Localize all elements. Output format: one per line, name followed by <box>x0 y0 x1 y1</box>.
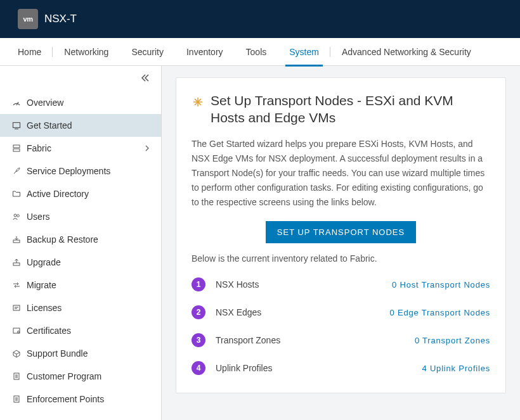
main-content: Set Up Transport Nodes - ESXi and KVM Ho… <box>162 66 520 420</box>
tab-inventory[interactable]: Inventory <box>175 38 235 66</box>
sidebar-item-customer-program[interactable]: Customer Program <box>0 365 161 388</box>
rocket-icon <box>10 167 23 175</box>
sidebar-item-service-deployments[interactable]: Service Deployments <box>0 160 161 182</box>
get-started-card: Set Up Transport Nodes - ESXi and KVM Ho… <box>176 77 506 393</box>
backup-icon <box>10 235 23 244</box>
sidebar-item-label: Get Started <box>27 120 72 130</box>
sidebar-item-migrate[interactable]: Migrate <box>0 274 161 296</box>
document-icon <box>10 395 23 404</box>
sidebar-item-label: Support Bundle <box>27 348 88 359</box>
app-title: NSX-T <box>44 13 77 25</box>
sidebar-item-label: Active Directory <box>27 189 89 199</box>
step-number: 1 <box>192 277 205 291</box>
collapse-sidebar-icon[interactable] <box>141 73 150 84</box>
sidebar-item-upgrade[interactable]: Upgrade <box>0 251 161 274</box>
sidebar-item-label: Backup & Restore <box>27 234 98 245</box>
sidebar-item-licenses[interactable]: Licenses <box>0 296 161 319</box>
sidebar-item-label: Service Deployments <box>27 166 110 176</box>
sidebar-item-label: Customer Program <box>27 371 101 381</box>
users-icon <box>10 212 23 221</box>
app-header: vm NSX-T <box>0 0 520 38</box>
edge-transport-nodes-link[interactable]: 0 Edge Transport Nodes <box>389 308 490 317</box>
svg-rect-9 <box>13 305 20 310</box>
license-icon <box>10 303 23 312</box>
svg-rect-12 <box>13 328 20 333</box>
vmware-logo: vm <box>18 9 38 29</box>
svg-rect-8 <box>13 263 20 265</box>
upgrade-icon <box>10 258 23 267</box>
page-description: The Get Started wizard helps you prepare… <box>192 137 490 210</box>
inventory-label: Transport Zones <box>216 335 304 345</box>
certificate-icon <box>10 326 23 335</box>
sidebar-item-get-started[interactable]: Get Started <box>0 114 161 137</box>
step-number: 2 <box>192 305 205 319</box>
sidebar-item-certificates[interactable]: Certificates <box>0 319 161 342</box>
tab-tools[interactable]: Tools <box>235 38 278 66</box>
transport-nodes-icon <box>192 96 204 108</box>
svg-point-5 <box>14 214 16 217</box>
chevron-right-icon <box>145 143 150 153</box>
set-up-transport-nodes-button[interactable]: SET UP TRANSPORT NODES <box>266 221 416 243</box>
svg-point-13 <box>18 331 20 333</box>
server-icon <box>10 144 23 153</box>
inventory-row-nsx-hosts: 1 NSX Hosts 0 Host Transport Nodes <box>192 277 490 291</box>
svg-point-6 <box>17 215 20 217</box>
inventory-intro-text: Below is the current inventory related t… <box>192 253 490 264</box>
sidebar-item-overview[interactable]: Overview <box>0 91 161 114</box>
sidebar-item-label: Licenses <box>27 303 62 313</box>
folder-icon <box>10 189 23 198</box>
inventory-row-transport-zones: 3 Transport Zones 0 Transport Zones <box>192 333 490 347</box>
sidebar-item-label: Migrate <box>27 280 56 290</box>
svg-rect-3 <box>13 145 20 148</box>
sidebar-item-enforcement-points[interactable]: Enforcement Points <box>0 388 161 410</box>
sidebar-item-label: Certificates <box>27 326 71 336</box>
main-tabbar: Home Networking Security Inventory Tools… <box>0 38 520 66</box>
document-icon <box>10 372 23 381</box>
migrate-icon <box>10 281 23 290</box>
host-transport-nodes-link[interactable]: 0 Host Transport Nodes <box>392 280 490 290</box>
inventory-row-nsx-edges: 2 NSX Edges 0 Edge Transport Nodes <box>192 305 490 319</box>
sidebar-item-label: Enforcement Points <box>27 394 104 404</box>
sidebar-item-label: Overview <box>27 98 63 108</box>
tab-system[interactable]: System <box>278 38 330 66</box>
tab-security[interactable]: Security <box>120 38 175 66</box>
inventory-row-uplink-profiles: 4 Uplink Profiles 4 Uplink Profiles <box>192 361 490 375</box>
sidebar-item-label: Fabric <box>27 143 51 153</box>
svg-rect-4 <box>13 149 20 151</box>
step-number: 4 <box>192 361 205 375</box>
sidebar: Overview Get Started Fabric Service Depl… <box>0 66 162 420</box>
svg-rect-7 <box>13 240 20 243</box>
transport-zones-link[interactable]: 0 Transport Zones <box>415 336 490 345</box>
sidebar-item-label: Upgrade <box>27 257 61 267</box>
svg-rect-1 <box>13 123 20 128</box>
page-title: Set Up Transport Nodes - ESXi and KVM Ho… <box>211 92 490 127</box>
sidebar-item-users[interactable]: Users <box>0 205 161 228</box>
sidebar-item-label: Users <box>27 212 50 222</box>
monitor-icon <box>10 121 23 130</box>
uplink-profiles-link[interactable]: 4 Uplink Profiles <box>422 364 490 373</box>
inventory-label: NSX Edges <box>216 307 304 317</box>
logo-text: vm <box>23 15 33 23</box>
sidebar-item-active-directory[interactable]: Active Directory <box>0 182 161 205</box>
inventory-label: Uplink Profiles <box>216 363 304 373</box>
tab-advanced-networking-security[interactable]: Advanced Networking & Security <box>330 38 483 66</box>
sidebar-item-backup-restore[interactable]: Backup & Restore <box>0 228 161 251</box>
tab-home[interactable]: Home <box>6 38 53 66</box>
sidebar-item-fabric[interactable]: Fabric <box>0 137 161 160</box>
package-icon <box>10 349 23 358</box>
sidebar-item-support-bundle[interactable]: Support Bundle <box>0 342 161 365</box>
inventory-label: NSX Hosts <box>216 279 304 290</box>
tab-networking[interactable]: Networking <box>53 38 120 66</box>
step-number: 3 <box>192 333 205 347</box>
gauge-icon <box>10 98 23 107</box>
